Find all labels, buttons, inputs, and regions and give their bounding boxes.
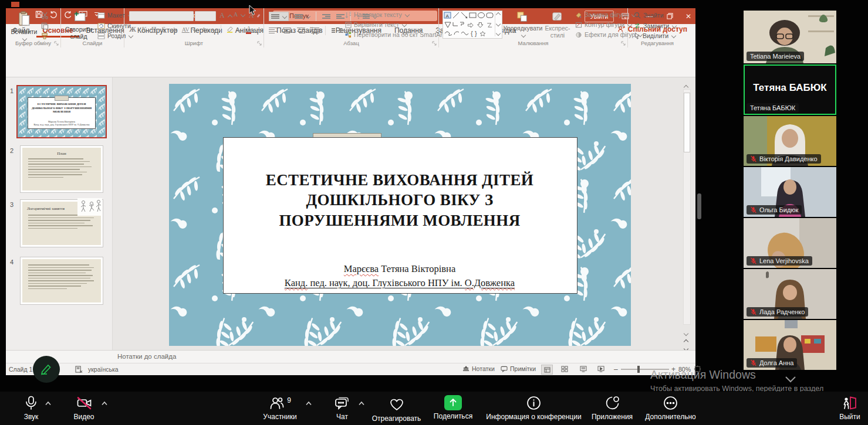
change-case-button[interactable]: Aa [202,26,216,33]
notes-pane[interactable]: Нотатки до слайда [6,350,695,363]
video-tile-7[interactable]: Долга Анна [744,320,836,370]
audio-button[interactable]: Звук [18,395,45,421]
align-text-button[interactable]: Вирівняти текст [345,21,406,28]
video-tile-1[interactable]: Tetiana Marieieva [744,11,836,63]
participants-count: 9 [287,396,291,404]
new-slide-button[interactable]: Створити слайд [62,8,95,40]
text-direction-button[interactable]: Напрямок тексту [345,11,409,18]
copy-button[interactable] [41,22,49,30]
video-tile-3[interactable]: Вікторія Давиденко [744,116,836,166]
more-button[interactable]: Дополнительно [640,395,701,421]
quick-styles-icon [551,11,564,23]
spellcheck-icon[interactable] [75,366,83,373]
reset-icon [97,23,105,29]
shape-outline-button[interactable]: Контур фігури [575,21,631,28]
participants-button[interactable]: 9 Участники [257,395,303,421]
underline-button[interactable]: П [151,25,157,34]
slide-thumbnail-3[interactable]: Логоритмічні заняття [21,200,103,247]
windows-activation-watermark: Активация Windows [650,368,756,382]
audio-options-caret[interactable] [45,401,52,406]
shape-fill-button[interactable]: Заливка фігури [575,11,636,18]
reading-view-button[interactable] [580,366,587,372]
slideshow-view-button[interactable] [597,366,604,372]
font-name-combobox[interactable] [129,11,194,21]
grow-font-button[interactable]: А [219,11,232,20]
double-strike-button[interactable]: ab [171,26,176,33]
slide-thumbnail-2[interactable]: План [21,146,103,192]
bold-button[interactable]: Ж [129,25,136,34]
panel-scrollbar-thumb[interactable] [697,193,701,219]
editing-group-label: Редагування [628,40,687,46]
more-participants-chevron[interactable] [784,375,797,383]
slide-canvas[interactable]: ЕСТЕТИЧНЕ ВИХОВАННЯ ДІТЕЙ ДОШКІЛЬНОГО ВІ… [169,84,631,346]
apps-button[interactable]: Приложения [586,395,639,421]
format-painter-button[interactable] [41,32,49,40]
slide-thumbnail-4[interactable] [21,257,103,304]
video-tile-2-active-speaker[interactable]: Тетяна БАБЮК Тетяна БАБЮК [744,64,836,115]
shape-outline-icon [575,22,582,28]
slide-thumbnail-1[interactable]: ЕСТЕТИЧНЕ ВИХОВАННЯ ДІТЕЙ ДОШКІЛЬНОГО ВІ… [18,86,106,137]
select-button[interactable]: Виділити [634,32,676,39]
zoom-slider-thumb[interactable] [637,366,640,373]
align-center-button[interactable] [283,26,291,35]
shapes-gallery[interactable]: A {} [443,11,502,39]
normal-view-button[interactable] [541,365,553,375]
notes-placeholder: Нотатки до слайда [117,353,176,360]
more-icon [663,395,678,411]
paste-button[interactable]: Вставити [11,8,38,40]
find-button[interactable]: Знайти [634,12,664,19]
new-slide-icon [72,11,86,24]
react-button[interactable]: Отреагировать [369,395,424,423]
zoom-out-button[interactable]: – [614,365,618,373]
align-left-button[interactable] [269,26,277,35]
paragraph-dialog-launcher[interactable] [432,41,437,46]
comments-toggle[interactable]: Примітки [501,365,536,372]
text-highlight-button[interactable] [227,26,241,33]
language-indicator[interactable]: українська [88,366,119,373]
scrollbar-thumb[interactable] [684,93,690,152]
font-color-button[interactable]: А [246,25,258,34]
clipboard-dialog-launcher[interactable] [54,41,59,46]
video-tile-4[interactable]: Ольга Бидюк [744,167,836,217]
arrange-button[interactable]: Упорядкувати [505,8,541,37]
slide-sorter-view-button[interactable] [561,366,568,372]
share-screen-button[interactable]: Поделиться [426,395,480,420]
decrease-indent-button[interactable] [322,13,330,19]
replace-button[interactable]: Замінити [634,22,676,29]
participant-name-label: Tetiana Marieieva [747,52,804,61]
bullets-button[interactable] [269,12,289,21]
smartart-button[interactable]: Перетворити на об'єкт SmartArt [345,31,451,38]
justify-button[interactable] [311,26,319,35]
italic-button[interactable]: К [141,25,146,34]
notes-toggle[interactable]: Нотатки [462,365,495,372]
character-spacing-button[interactable]: AV [182,26,197,33]
strikethrough-button[interactable]: S [162,25,166,34]
clipboard-group-label: Буфер обміну [6,40,60,46]
meeting-info-button[interactable]: Информация о конференции [482,395,585,421]
participants-options-caret[interactable] [305,401,312,406]
align-right-button[interactable] [297,26,305,35]
leave-button[interactable]: Выйти [835,395,865,421]
video-button[interactable]: Видео [69,395,99,421]
increase-indent-button[interactable] [336,13,345,19]
video-tile-6[interactable]: Лада Радченко [744,269,836,319]
shapes-scroll-buttons[interactable] [495,12,501,36]
chat-button[interactable]: Чат [329,395,356,421]
video-options-caret[interactable] [101,401,108,406]
group-slides: Створити слайд Макет Скинути Розділ Слай… [61,8,124,47]
numbering-button[interactable] [295,13,310,19]
video-tile-5[interactable]: Lena Verjihovska [744,218,836,268]
group-drawing: A {} Упорядкувати [439,8,628,47]
participant-name-label: Лада Радченко [747,307,808,317]
chat-options-caret[interactable] [358,401,365,406]
font-dialog-launcher[interactable] [257,41,262,46]
paste-icon [18,11,31,26]
font-size-combobox[interactable] [195,11,216,21]
drawing-dialog-launcher[interactable] [621,41,626,46]
annotate-pencil-button[interactable] [33,356,60,383]
shrink-font-button[interactable]: А [234,11,245,18]
cut-button[interactable] [41,12,49,19]
quick-styles-button[interactable]: Експрес-стилі [542,8,573,39]
slide-scrollbar[interactable] [682,81,690,346]
slide-title: ЕСТЕТИЧНЕ ВИХОВАННЯ ДІТЕЙ ДОШКІЛЬНОГО ВІ… [235,170,564,230]
